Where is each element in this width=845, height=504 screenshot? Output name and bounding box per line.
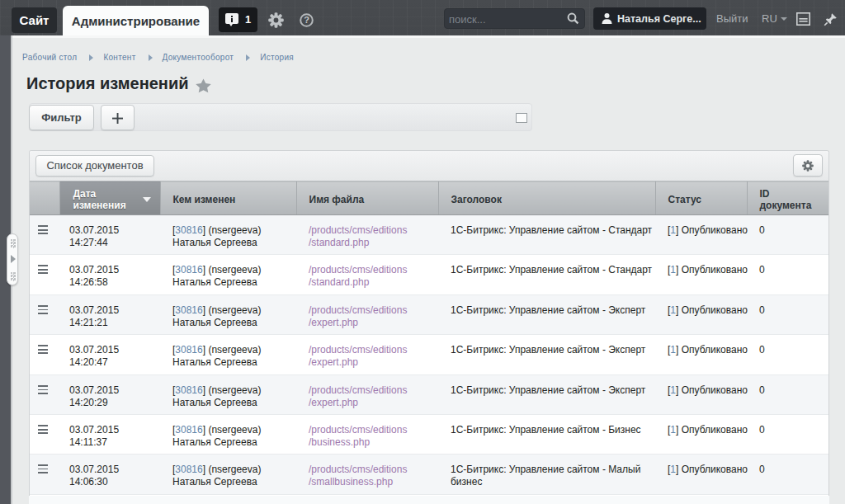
svg-text:?: ? xyxy=(304,15,309,25)
